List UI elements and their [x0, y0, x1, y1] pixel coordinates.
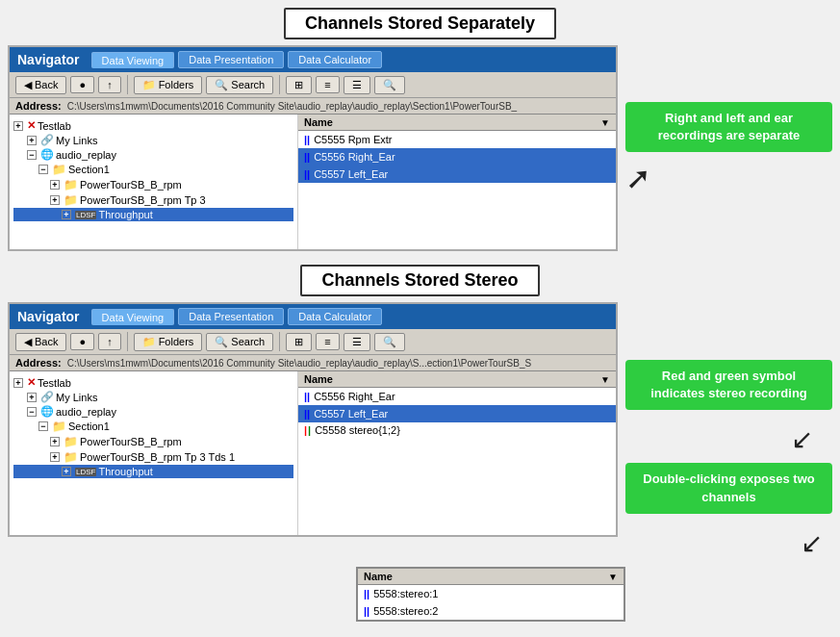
top-nav-header: Navigator Data Viewing Data Presentation…: [10, 47, 616, 72]
zoom-button-bottom[interactable]: 🔍: [374, 333, 405, 351]
ldsf-icon-bot: LDSF: [75, 468, 96, 476]
expand-icon[interactable]: +: [50, 180, 60, 190]
tab-data-viewing-bottom[interactable]: Data Viewing: [91, 309, 175, 325]
top-file-item-1[interactable]: || C5556 Right_Ear: [298, 148, 616, 166]
top-title-container: Channels Stored Separately: [8, 8, 832, 39]
expand-icon[interactable]: +: [27, 136, 37, 145]
tree-item-tds1-bot[interactable]: + 📁 PowerTourSB_B_rpm Tp 3 Tds 1: [13, 449, 293, 465]
channel-icon-0: ||: [304, 133, 310, 146]
top-file-header-name: Name: [304, 116, 600, 128]
bottom-file-header-arrow[interactable]: ▼: [600, 374, 610, 385]
tab-data-calculator-top[interactable]: Data Calculator: [288, 51, 382, 68]
detail-button-top[interactable]: ☰: [344, 76, 370, 94]
back-button-top[interactable]: ◀ Back: [15, 76, 66, 94]
refresh-button-bottom[interactable]: ↑: [98, 333, 121, 350]
search-button-bottom[interactable]: 🔍 Search: [206, 333, 273, 351]
bottom-annotation-area: Red and green symbol indicates stereo re…: [625, 302, 832, 559]
tab-data-presentation-bottom[interactable]: Data Presentation: [178, 308, 284, 325]
tree-item-mylinks-top[interactable]: + 🔗 My Links: [13, 133, 293, 147]
folder-icon: 📁: [64, 178, 78, 191]
detail-icon-top: ☰: [352, 79, 362, 91]
folders-button-bottom[interactable]: 📁 Folders: [134, 333, 203, 351]
sub-file-item-1[interactable]: || 5558:stereo:2: [358, 602, 624, 620]
testlab-icon: ✕: [27, 119, 36, 132]
tree-item-rpm-bot[interactable]: + 📁 PowerTourSB_B_rpm: [13, 434, 293, 449]
grid-icon-bottom: ⊞: [294, 336, 303, 348]
top-annotation-box: Right and left and ear recordings are se…: [625, 102, 832, 152]
folder-icon-bot2: 📁: [64, 435, 78, 448]
expand-icon[interactable]: −: [27, 407, 37, 417]
forward-button-top[interactable]: ●: [70, 76, 94, 93]
expand-icon[interactable]: +: [13, 378, 23, 388]
expand-icon[interactable]: +: [50, 195, 60, 205]
top-title: Channels Stored Separately: [284, 8, 556, 39]
bottom-file-item-1[interactable]: || C5557 Left_Ear: [298, 405, 616, 422]
tree-item-audioreplay-bot[interactable]: − 🌐 audio_replay: [13, 404, 293, 419]
top-file-item-2[interactable]: || C5557 Left_Ear: [298, 166, 616, 183]
sep1-top: [127, 75, 128, 94]
sub-file-header-arrow[interactable]: ▼: [608, 572, 618, 582]
back-button-bottom[interactable]: ◀ Back: [15, 333, 66, 351]
expand-icon[interactable]: +: [50, 437, 60, 446]
tree-item-mylinks-bot[interactable]: + 🔗 My Links: [13, 390, 293, 404]
refresh-button-top[interactable]: ↑: [98, 76, 121, 93]
tab-data-presentation-top[interactable]: Data Presentation: [178, 51, 284, 68]
arrow-icon-1: ↙: [791, 424, 813, 454]
bottom-annotation-box-2: Double-clicking exposes two channels: [625, 463, 832, 513]
search-button-top[interactable]: 🔍 Search: [206, 76, 273, 94]
bottom-file-header-name: Name: [304, 373, 600, 385]
zoom-icon-bottom: 🔍: [383, 336, 396, 348]
bottom-nav-address: Address: C:\Users\ms1mwm\Documents\2016 …: [10, 355, 616, 371]
sub-file-item-0[interactable]: || 5558:stereo:1: [358, 585, 624, 602]
bottom-section-wrapper: Navigator Data Viewing Data Presentation…: [8, 302, 832, 559]
folder-icon-top: 📁: [142, 79, 156, 91]
bottom-file-item-0[interactable]: || C5556 Right_Ear: [298, 388, 616, 405]
folder-icon: 📁: [52, 163, 66, 176]
forward-icon: ●: [79, 79, 86, 90]
folders-button-top[interactable]: 📁 Folders: [134, 76, 203, 94]
top-file-item-0[interactable]: || C5555 Rpm Extr: [298, 131, 616, 148]
folder-icon-bot: 📁: [52, 420, 66, 433]
list-icon-bottom: ≡: [324, 336, 330, 347]
expand-icon[interactable]: +: [13, 121, 23, 131]
tab-data-calculator-bottom[interactable]: Data Calculator: [288, 308, 382, 325]
tree-item-section1-top[interactable]: − 📁 Section1: [13, 162, 293, 177]
expand-icon[interactable]: −: [38, 165, 48, 174]
tree-item-rpm-top[interactable]: + 📁 PowerTourSB_B_rpm: [13, 177, 293, 192]
detail-button-bottom[interactable]: ☰: [344, 333, 370, 351]
tree-item-testlab-bot[interactable]: + ✕ Testlab: [13, 375, 293, 390]
bottom-title: Channels Stored Stereo: [300, 265, 539, 296]
top-file-header-arrow[interactable]: ▼: [600, 117, 610, 128]
expand-icon[interactable]: +: [62, 210, 71, 219]
expand-icon[interactable]: −: [38, 421, 48, 431]
expand-icon[interactable]: +: [62, 467, 71, 476]
expand-icon[interactable]: +: [50, 452, 60, 462]
grid-button-bottom[interactable]: ⊞: [286, 333, 312, 351]
refresh-icon: ↑: [107, 79, 113, 90]
bottom-arrow1: ↙: [625, 423, 813, 455]
expand-icon[interactable]: −: [27, 150, 37, 160]
search-icon-bottom: 🔍: [215, 336, 228, 348]
tree-item-throughput-bot[interactable]: + LDSF Throughput: [13, 465, 293, 478]
bottom-file-item-2[interactable]: || C5558 stereo{1;2}: [298, 422, 616, 438]
top-file-list-header: Name ▼: [298, 115, 616, 131]
link-icon: 🔗: [40, 134, 54, 146]
tree-item-tp3-top[interactable]: + 📁 PowerTourSB_B_rpm Tp 3: [13, 192, 293, 208]
forward-button-bottom[interactable]: ●: [70, 333, 94, 350]
list-button-bottom[interactable]: ≡: [316, 333, 339, 350]
tree-item-testlab-top[interactable]: + ✕ Testlab: [13, 118, 293, 133]
sep2-top: [279, 75, 280, 94]
top-section: Channels Stored Separately Navigator Dat…: [8, 8, 832, 255]
top-arrow-area: ➘: [625, 162, 832, 198]
tree-item-section1-bot[interactable]: − 📁 Section1: [13, 419, 293, 434]
bottom-nav-header: Navigator Data Viewing Data Presentation…: [10, 304, 616, 329]
address-label-bottom: Address:: [15, 357, 62, 369]
tree-item-throughput-top[interactable]: + LDSF Throughput: [13, 208, 293, 221]
zoom-button-top[interactable]: 🔍: [374, 76, 405, 94]
tab-data-viewing-top[interactable]: Data Viewing: [91, 52, 175, 68]
folder-icon-bot3: 📁: [64, 450, 78, 464]
grid-button-top[interactable]: ⊞: [286, 76, 312, 94]
tree-item-audioreplay-top[interactable]: − 🌐 audio_replay: [13, 147, 293, 162]
list-button-top[interactable]: ≡: [316, 76, 339, 93]
expand-icon[interactable]: +: [27, 393, 37, 402]
